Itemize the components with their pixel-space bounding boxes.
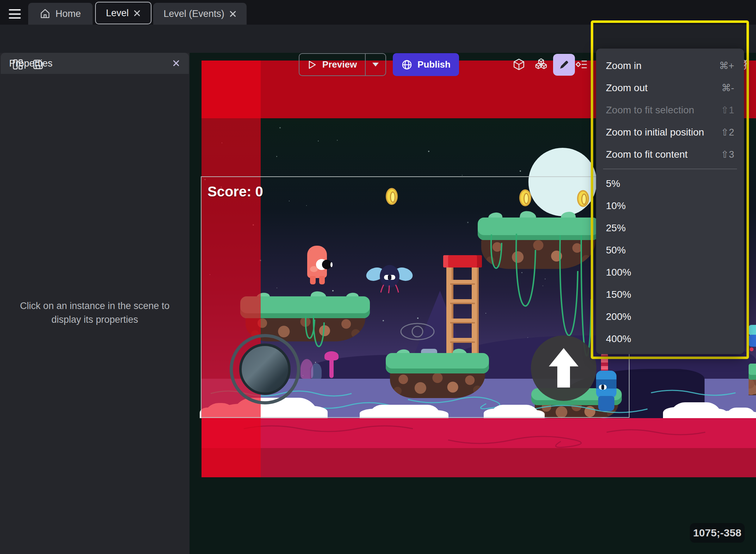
menu-item-zoom-out[interactable]: Zoom out⌘- [596,77,744,99]
objects-list-icon[interactable] [533,57,549,72]
score-hud-text: Score: 0 [207,184,263,200]
menu-item-zoom-initial-position[interactable]: Zoom to initial position⇧2 [596,121,744,143]
cursor-coordinates-badge: 1075;-358 [690,523,745,543]
tab-label: Level [106,8,129,19]
instances-list-icon[interactable] [574,57,590,72]
menu-item-zoom-150[interactable]: 150% [596,283,744,306]
menu-item-zoom-400[interactable]: 400% [596,328,744,350]
toggle-panels-icon[interactable] [10,57,25,72]
menu-item-zoom-200[interactable]: 200% [596,306,744,328]
properties-empty-message: Click on an instance in the scene to dis… [0,299,190,327]
properties-header: Properties [1,53,189,74]
cloud-sprite [726,408,756,418]
tab-home[interactable]: Home [28,3,93,25]
tab-level[interactable]: Level [95,2,151,24]
tab-label: Home [55,8,81,19]
platform-sprite [749,364,756,395]
menu-divider [603,169,737,169]
object-3d-icon[interactable] [511,57,527,72]
menu-item-zoom-50[interactable]: 50% [596,239,744,261]
enemy-sprite-partial[interactable] [749,325,756,355]
save-icon[interactable] [30,57,46,72]
menu-item-zoom-fit-content[interactable]: Zoom to fit content⇧3 [596,143,744,165]
pencil-icon [558,59,570,71]
close-tab-icon[interactable] [229,10,236,17]
joystick-knob[interactable] [239,344,291,395]
play-icon [308,60,317,69]
close-properties-icon[interactable] [173,59,180,67]
preview-label: Preview [322,59,357,70]
home-icon [40,8,50,19]
tab-level-events[interactable]: Level (Events) [153,3,247,25]
edit-tool-button-selected[interactable] [553,54,575,76]
menu-item-zoom-in[interactable]: Zoom in⌘+ [596,55,744,77]
preview-options-button[interactable] [366,54,385,75]
menu-item-zoom-10[interactable]: 10% [596,195,744,217]
cloud-sprite [669,402,722,418]
zoom-dropdown-menu: Zoom in⌘+ Zoom out⌘- Zoom to fit selecti… [596,49,744,354]
up-arrow-icon [549,348,578,366]
chevron-down-icon [372,63,379,67]
crimson-band-bottom-sprite[interactable] [202,418,756,477]
publish-label: Publish [417,59,451,70]
menu-item-zoom-100[interactable]: 100% [596,261,744,283]
properties-panel: Properties Click on an instance in the s… [0,53,190,554]
publish-button[interactable]: Publish [393,53,459,76]
tab-bar: Home Level Level (Events) [0,0,756,25]
preview-button[interactable]: Preview [299,53,386,76]
tab-label: Level (Events) [163,8,224,19]
main-menu-icon[interactable] [9,9,21,19]
menu-item-zoom-5[interactable]: 5% [596,172,744,195]
globe-icon [401,59,413,70]
menu-item-zoom-fit-selection: Zoom to fit selection⇧1 [596,99,744,121]
jump-button[interactable] [531,335,596,401]
close-tab-icon[interactable] [134,10,141,17]
menu-item-zoom-25[interactable]: 25% [596,217,744,239]
